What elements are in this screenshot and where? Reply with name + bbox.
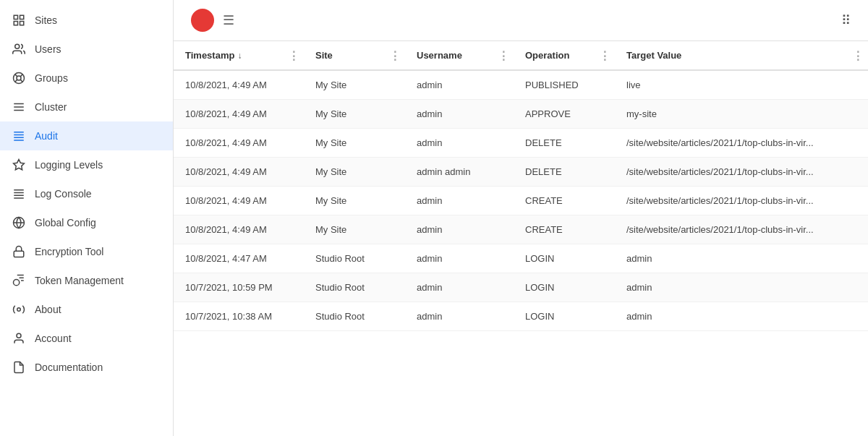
cell-operation: CREATE [514, 187, 615, 215]
svg-rect-25 [14, 251, 24, 257]
menu-icon[interactable]: ☰ [223, 12, 234, 28]
col-more-timestamp[interactable]: ⋮ [288, 48, 299, 62]
col-more-username[interactable]: ⋮ [498, 48, 509, 62]
svg-rect-0 [14, 15, 17, 19]
col-header-site: Site⋮ [304, 41, 405, 70]
table-row: 10/7/2021, 10:38 AMStudio RootadminLOGIN… [174, 302, 868, 331]
account-icon [12, 331, 26, 346]
sidebar-item-about[interactable]: About [0, 295, 173, 324]
col-sort-operation: Operation [525, 50, 569, 61]
svg-rect-1 [20, 15, 24, 19]
cell-timestamp: 10/8/2021, 4:47 AM [174, 244, 304, 273]
cell-targetvalue: /site/website/articles/2021/1/top-clubs-… [615, 158, 868, 187]
sites-icon [12, 13, 26, 27]
sidebar-item-token-management[interactable]: Token Management [0, 266, 173, 295]
col-header-username: Username⋮ [405, 41, 514, 70]
col-header-operation: Operation⋮ [514, 41, 615, 70]
sidebar-item-label: Account [35, 333, 72, 344]
cell-operation: LOGIN [514, 273, 615, 302]
sidebar-item-label: Global Config [35, 217, 96, 228]
col-sort-targetvalue: Target Value [626, 50, 681, 61]
app-logo [191, 9, 214, 32]
cell-username: admin [405, 129, 514, 158]
sidebar-item-global-config[interactable]: Global Config [0, 208, 173, 237]
sidebar-item-sites[interactable]: Sites [0, 6, 173, 35]
col-more-operation[interactable]: ⋮ [599, 48, 610, 62]
cell-site: My Site [304, 187, 405, 215]
col-more-site[interactable]: ⋮ [389, 48, 401, 62]
table-row: 10/8/2021, 4:49 AMMy SiteadminPUBLISHEDl… [174, 70, 868, 100]
header-actions: ⠿ [830, 12, 851, 28]
cluster-icon [12, 100, 26, 114]
col-header-targetvalue: Target Value⋮ [615, 41, 868, 70]
cell-operation: LOGIN [514, 244, 615, 273]
cell-targetvalue: live [615, 70, 868, 100]
grid-view-icon[interactable]: ⠿ [841, 12, 851, 28]
col-sort-timestamp[interactable]: Timestamp ↓ [185, 50, 242, 61]
cell-operation: APPROVE [514, 100, 615, 129]
svg-point-26 [14, 280, 20, 286]
svg-point-28 [17, 333, 21, 338]
svg-line-7 [15, 74, 17, 77]
cell-targetvalue: admin [615, 302, 868, 331]
sidebar: Sites Users Groups Cluster Audit Logging… [0, 0, 174, 436]
cell-username: admin admin [405, 158, 514, 187]
svg-line-10 [15, 80, 17, 82]
sidebar-item-encryption-tool[interactable]: Encryption Tool [0, 237, 173, 266]
table-row: 10/8/2021, 4:49 AMMy SiteadminAPPROVEmy-… [174, 100, 868, 129]
cell-site: My Site [304, 158, 405, 187]
col-header-timestamp: Timestamp ↓⋮ [174, 41, 304, 70]
sidebar-item-account[interactable]: Account [0, 324, 173, 353]
global-config-icon [12, 215, 26, 230]
col-more-targetvalue[interactable]: ⋮ [852, 48, 864, 62]
cell-timestamp: 10/7/2021, 10:38 AM [174, 302, 304, 331]
log-console-icon [12, 187, 26, 201]
table-header: Timestamp ↓⋮Site⋮Username⋮Operation⋮Targ… [174, 41, 868, 70]
sidebar-item-groups[interactable]: Groups [0, 64, 173, 93]
cell-operation: LOGIN [514, 302, 615, 331]
cell-targetvalue: my-site [615, 100, 868, 129]
table-row: 10/8/2021, 4:47 AMStudio RootadminLOGINa… [174, 244, 868, 273]
svg-marker-18 [14, 160, 25, 170]
cell-timestamp: 10/8/2021, 4:49 AM [174, 215, 304, 244]
cell-username: admin [405, 100, 514, 129]
col-sort-site: Site [315, 50, 333, 61]
main-content: ☰ ⠿ Timestamp ↓⋮Site⋮Username⋮Operation⋮… [174, 0, 868, 436]
sidebar-item-log-console[interactable]: Log Console [0, 179, 173, 208]
cell-username: admin [405, 244, 514, 273]
cell-username: admin [405, 187, 514, 215]
cell-targetvalue: admin [615, 273, 868, 302]
svg-rect-3 [20, 22, 24, 25]
cell-site: My Site [304, 129, 405, 158]
sidebar-item-label: About [35, 304, 61, 315]
cell-operation: DELETE [514, 158, 615, 187]
sidebar-item-label: Audit [35, 130, 58, 142]
sidebar-item-label: Encryption Tool [35, 246, 103, 257]
sidebar-item-audit[interactable]: Audit [0, 121, 173, 150]
sidebar-item-users[interactable]: Users [0, 35, 173, 64]
cell-operation: DELETE [514, 129, 615, 158]
audit-table: Timestamp ↓⋮Site⋮Username⋮Operation⋮Targ… [174, 41, 868, 331]
table-header-row: Timestamp ↓⋮Site⋮Username⋮Operation⋮Targ… [174, 41, 868, 70]
cell-timestamp: 10/8/2021, 4:49 AM [174, 129, 304, 158]
cell-targetvalue: /site/website/articles/2021/1/top-clubs-… [615, 215, 868, 244]
cell-operation: PUBLISHED [514, 70, 615, 100]
table-body: 10/8/2021, 4:49 AMMy SiteadminPUBLISHEDl… [174, 70, 868, 331]
sort-icon-timestamp: ↓ [237, 51, 242, 61]
cell-site: My Site [304, 215, 405, 244]
groups-icon [12, 71, 26, 85]
cell-timestamp: 10/8/2021, 4:49 AM [174, 100, 304, 129]
svg-rect-2 [14, 22, 17, 25]
sidebar-item-logging-levels[interactable]: Logging Levels [0, 150, 173, 179]
cell-operation: CREATE [514, 215, 615, 244]
sidebar-item-documentation[interactable]: Documentation [0, 353, 173, 382]
sidebar-item-label: Logging Levels [35, 159, 103, 171]
audit-icon [12, 129, 26, 143]
col-sort-username: Username [417, 50, 462, 61]
encryption-tool-icon [12, 244, 26, 259]
sidebar-item-cluster[interactable]: Cluster [0, 93, 173, 121]
cell-timestamp: 10/8/2021, 4:49 AM [174, 187, 304, 215]
cell-targetvalue: /site/website/articles/2021/1/top-clubs-… [615, 187, 868, 215]
cell-username: admin [405, 302, 514, 331]
users-icon [12, 42, 26, 56]
